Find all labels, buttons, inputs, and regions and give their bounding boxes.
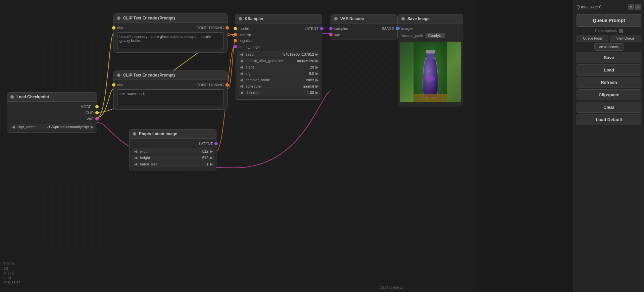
save-image-in[interactable] [396, 27, 400, 30]
panel-header: Queue size: 0 ⚙ ✕ [577, 3, 641, 11]
param-right-arrow[interactable]: ▶ [315, 58, 318, 63]
extra-options-checkbox[interactable] [619, 29, 623, 33]
save-image-in-label: images [398, 26, 416, 31]
port-clip-label: CLIP [82, 110, 97, 115]
port-conditioning2-out[interactable] [226, 83, 229, 87]
param-name: cfg [244, 71, 309, 76]
param-left-arrow[interactable]: ◀ [239, 78, 244, 82]
ksampler-param-steps: ◀ steps 20 ▶ [237, 64, 320, 70]
param-right-arrow[interactable]: ▶ [315, 71, 318, 76]
stat-fps: FPS: 55.87 [3, 281, 20, 285]
clip-text-2-textarea[interactable]: text, watermark [117, 89, 224, 106]
save-image-dot [401, 17, 405, 20]
clip-text-1-node: CLIP Text Encode (Prompt) clip CONDITION… [113, 13, 228, 53]
ksampler-model-in[interactable] [234, 27, 237, 30]
extra-options-row: Extra options [577, 28, 641, 34]
ksampler-latent-out-label: LATENT [301, 26, 322, 31]
ksampler-positive-in[interactable] [234, 33, 237, 36]
ksampler-latent-row: latent_image [235, 44, 322, 50]
param-right-arrow[interactable]: ▶ [315, 65, 318, 69]
extra-options-label: Extra options [595, 29, 616, 33]
param-left-arrow[interactable]: ◀ [239, 52, 244, 57]
param-value: 8.0 [309, 71, 315, 76]
ksampler-param-seed: ◀ seed 540199054137912 ▶ [237, 51, 320, 57]
param-right-arrow[interactable]: ▶ [210, 162, 213, 166]
clip-text-1-body: clip CONDITIONING beautiful scenery natu… [114, 23, 227, 52]
load-checkpoint-dot [10, 95, 14, 99]
param-value: 512 [202, 149, 210, 153]
vae-decode-vae-in[interactable] [329, 33, 333, 36]
svg-point-5 [429, 71, 429, 72]
close-icon-btn[interactable]: ✕ [635, 4, 641, 10]
param-value: 20 [310, 65, 315, 69]
param-right-arrow[interactable]: ▶ [210, 155, 213, 160]
ksampler-node: KSampler model LATENT positive negative … [235, 14, 322, 100]
empty-latent-out-row: LATENT [130, 141, 216, 147]
ckpt-arrow-left[interactable]: ◀ [10, 125, 16, 129]
settings-icon-btn[interactable]: ⚙ [628, 4, 634, 10]
clip-text-1-textarea[interactable]: beautiful scenery nature glass bottle la… [117, 32, 224, 49]
ksampler-positive-row: positive [235, 32, 322, 38]
param-right-arrow[interactable]: ▶ [315, 84, 318, 89]
view-history-button[interactable]: View History [594, 43, 624, 51]
param-left-arrow[interactable]: ◀ [239, 71, 244, 76]
ksampler-latent-out[interactable] [320, 27, 324, 30]
ksampler-param-cfg: ◀ cfg 8.0 ▶ [237, 70, 320, 77]
param-right-arrow[interactable]: ▶ [315, 78, 318, 82]
queue-prompt-button[interactable]: Queue Prompt [577, 14, 641, 27]
save-image-title: Save Image [407, 16, 430, 21]
ksampler-latent-label: latent_image [235, 44, 263, 49]
load-default-button[interactable]: Load Default [577, 114, 641, 125]
svg-rect-2 [426, 50, 435, 53]
filename-prefix-value[interactable]: ComfyUI [426, 33, 445, 38]
filename-prefix-label: filename_prefix [401, 34, 424, 38]
vae-decode-samples-in[interactable] [329, 27, 333, 30]
param-left-arrow[interactable]: ◀ [239, 84, 244, 89]
vae-decode-vae-row: vae [331, 32, 397, 38]
vae-decode-samples-label: samples [331, 26, 351, 31]
empty-latent-param-width: ◀ width 512 ▶ [132, 148, 214, 154]
param-left-arrow[interactable]: ◀ [239, 90, 244, 95]
param-name: height [139, 156, 202, 160]
ksampler-latent-in[interactable] [234, 45, 237, 48]
clipspace-button[interactable]: Clipspace [577, 89, 641, 100]
clip-text-2-dot [117, 74, 120, 77]
param-left-arrow[interactable]: ◀ [133, 155, 139, 160]
empty-latent-param-batch_size: ◀ batch_size 1 ▶ [132, 161, 214, 167]
param-left-arrow[interactable]: ◀ [133, 149, 139, 154]
param-right-arrow[interactable]: ▶ [315, 52, 318, 57]
port-model-out[interactable] [95, 105, 99, 108]
clip-text-1-out-label: CONDITIONING [193, 26, 227, 30]
watermark: CSDN @ariesjzj [379, 286, 403, 289]
filename-row: filename_prefix ComfyUI [398, 32, 463, 40]
clear-button[interactable]: Clear [577, 102, 641, 113]
svg-point-8 [434, 85, 434, 86]
empty-latent-dot [133, 132, 136, 136]
param-right-arrow[interactable]: ▶ [210, 149, 213, 154]
queue-front-button[interactable]: Queue Front [577, 35, 608, 42]
param-right-arrow[interactable]: ▶ [315, 90, 318, 95]
refresh-button[interactable]: Refresh [577, 77, 641, 88]
param-left-arrow[interactable]: ◀ [239, 58, 244, 63]
ksampler-param-denoise: ◀ denoise 1.00 ▶ [237, 90, 320, 96]
param-left-arrow[interactable]: ◀ [133, 162, 139, 166]
port-clip2-in[interactable] [112, 83, 115, 87]
empty-latent-out[interactable] [214, 142, 218, 145]
vae-decode-vae-label: vae [331, 32, 344, 37]
clip-text-2-body: clip CONDITIONING text, watermark [114, 80, 227, 109]
svg-point-6 [432, 75, 433, 76]
load-button[interactable]: Load [577, 64, 641, 76]
port-clip-out[interactable] [95, 111, 99, 114]
save-button[interactable]: Save [577, 52, 641, 63]
param-left-arrow[interactable]: ◀ [239, 65, 244, 69]
port-conditioning-out[interactable] [226, 26, 229, 30]
port-clip-in[interactable] [112, 26, 115, 30]
canvas-area[interactable]: Load Checkpoint MODEL CLIP VAE ◀ ckpt_na… [0, 0, 477, 292]
sub-buttons-row: Queue Front View Queue [577, 35, 641, 42]
vae-decode-title: VAE Decode [340, 16, 364, 21]
port-vae-out[interactable] [95, 117, 99, 120]
empty-latent-body: LATENT ◀ width 512 ▶ ◀ height 512 ▶ ◀ ba… [130, 139, 216, 171]
ckpt-arrow-right[interactable]: ▶ [91, 125, 94, 129]
view-queue-button[interactable]: View Queue [610, 35, 642, 42]
ksampler-negative-in[interactable] [234, 39, 237, 42]
